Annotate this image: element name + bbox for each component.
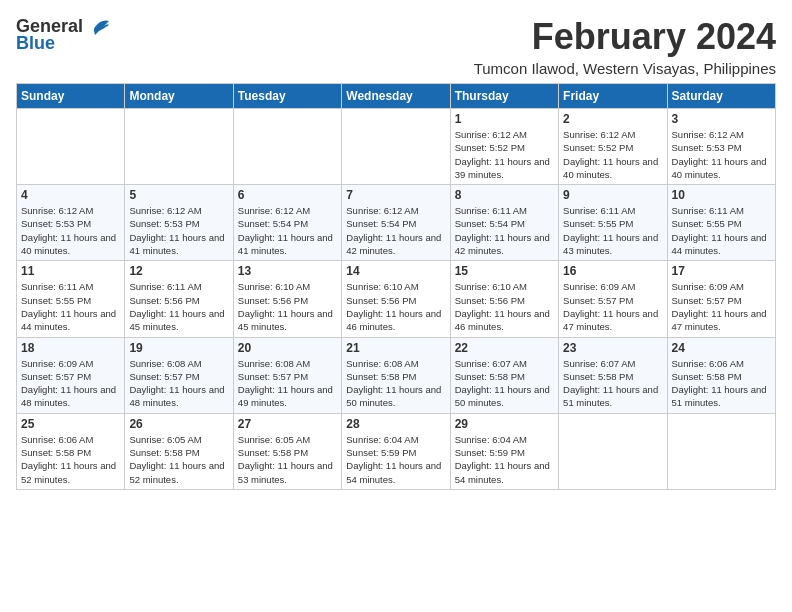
day-info: Sunrise: 6:11 AMSunset: 5:56 PMDaylight:… — [129, 280, 228, 333]
day-number: 6 — [238, 188, 337, 202]
calendar-header-thursday: Thursday — [450, 84, 558, 109]
title-block: February 2024 Tumcon Ilawod, Western Vis… — [474, 16, 776, 77]
day-info: Sunrise: 6:09 AMSunset: 5:57 PMDaylight:… — [672, 280, 771, 333]
calendar-cell: 8Sunrise: 6:11 AMSunset: 5:54 PMDaylight… — [450, 185, 558, 261]
calendar-cell: 15Sunrise: 6:10 AMSunset: 5:56 PMDayligh… — [450, 261, 558, 337]
day-info: Sunrise: 6:08 AMSunset: 5:57 PMDaylight:… — [129, 357, 228, 410]
calendar-cell: 24Sunrise: 6:06 AMSunset: 5:58 PMDayligh… — [667, 337, 775, 413]
day-number: 22 — [455, 341, 554, 355]
calendar-cell: 9Sunrise: 6:11 AMSunset: 5:55 PMDaylight… — [559, 185, 667, 261]
day-info: Sunrise: 6:11 AMSunset: 5:54 PMDaylight:… — [455, 204, 554, 257]
page-header: General Blue February 2024 Tumcon Ilawod… — [16, 16, 776, 77]
day-number: 7 — [346, 188, 445, 202]
day-number: 24 — [672, 341, 771, 355]
calendar-cell: 2Sunrise: 6:12 AMSunset: 5:52 PMDaylight… — [559, 109, 667, 185]
day-info: Sunrise: 6:12 AMSunset: 5:53 PMDaylight:… — [21, 204, 120, 257]
day-number: 11 — [21, 264, 120, 278]
day-info: Sunrise: 6:12 AMSunset: 5:53 PMDaylight:… — [672, 128, 771, 181]
calendar-cell: 7Sunrise: 6:12 AMSunset: 5:54 PMDaylight… — [342, 185, 450, 261]
day-number: 27 — [238, 417, 337, 431]
day-number: 12 — [129, 264, 228, 278]
calendar-cell — [342, 109, 450, 185]
calendar-header-sunday: Sunday — [17, 84, 125, 109]
day-info: Sunrise: 6:10 AMSunset: 5:56 PMDaylight:… — [346, 280, 445, 333]
day-info: Sunrise: 6:11 AMSunset: 5:55 PMDaylight:… — [563, 204, 662, 257]
calendar-cell — [667, 413, 775, 489]
calendar-week-row: 11Sunrise: 6:11 AMSunset: 5:55 PMDayligh… — [17, 261, 776, 337]
calendar-cell — [17, 109, 125, 185]
day-info: Sunrise: 6:05 AMSunset: 5:58 PMDaylight:… — [129, 433, 228, 486]
day-number: 28 — [346, 417, 445, 431]
day-number: 25 — [21, 417, 120, 431]
day-number: 10 — [672, 188, 771, 202]
calendar-cell: 13Sunrise: 6:10 AMSunset: 5:56 PMDayligh… — [233, 261, 341, 337]
calendar-cell: 14Sunrise: 6:10 AMSunset: 5:56 PMDayligh… — [342, 261, 450, 337]
day-info: Sunrise: 6:12 AMSunset: 5:54 PMDaylight:… — [346, 204, 445, 257]
day-number: 26 — [129, 417, 228, 431]
day-info: Sunrise: 6:08 AMSunset: 5:57 PMDaylight:… — [238, 357, 337, 410]
day-info: Sunrise: 6:12 AMSunset: 5:52 PMDaylight:… — [455, 128, 554, 181]
calendar-week-row: 4Sunrise: 6:12 AMSunset: 5:53 PMDaylight… — [17, 185, 776, 261]
day-info: Sunrise: 6:08 AMSunset: 5:58 PMDaylight:… — [346, 357, 445, 410]
calendar-cell: 29Sunrise: 6:04 AMSunset: 5:59 PMDayligh… — [450, 413, 558, 489]
calendar-cell — [559, 413, 667, 489]
day-number: 17 — [672, 264, 771, 278]
day-info: Sunrise: 6:07 AMSunset: 5:58 PMDaylight:… — [563, 357, 662, 410]
day-info: Sunrise: 6:07 AMSunset: 5:58 PMDaylight:… — [455, 357, 554, 410]
day-info: Sunrise: 6:10 AMSunset: 5:56 PMDaylight:… — [455, 280, 554, 333]
calendar-cell: 11Sunrise: 6:11 AMSunset: 5:55 PMDayligh… — [17, 261, 125, 337]
calendar-table: SundayMondayTuesdayWednesdayThursdayFrid… — [16, 83, 776, 490]
calendar-header-friday: Friday — [559, 84, 667, 109]
calendar-cell — [125, 109, 233, 185]
day-number: 13 — [238, 264, 337, 278]
calendar-cell: 10Sunrise: 6:11 AMSunset: 5:55 PMDayligh… — [667, 185, 775, 261]
day-number: 3 — [672, 112, 771, 126]
day-info: Sunrise: 6:12 AMSunset: 5:54 PMDaylight:… — [238, 204, 337, 257]
day-info: Sunrise: 6:11 AMSunset: 5:55 PMDaylight:… — [21, 280, 120, 333]
calendar-cell: 25Sunrise: 6:06 AMSunset: 5:58 PMDayligh… — [17, 413, 125, 489]
calendar-cell: 21Sunrise: 6:08 AMSunset: 5:58 PMDayligh… — [342, 337, 450, 413]
logo: General Blue — [16, 16, 111, 54]
logo-bird-icon — [87, 17, 111, 37]
day-number: 8 — [455, 188, 554, 202]
day-info: Sunrise: 6:12 AMSunset: 5:52 PMDaylight:… — [563, 128, 662, 181]
day-info: Sunrise: 6:11 AMSunset: 5:55 PMDaylight:… — [672, 204, 771, 257]
day-info: Sunrise: 6:05 AMSunset: 5:58 PMDaylight:… — [238, 433, 337, 486]
day-number: 2 — [563, 112, 662, 126]
calendar-cell: 6Sunrise: 6:12 AMSunset: 5:54 PMDaylight… — [233, 185, 341, 261]
calendar-cell: 23Sunrise: 6:07 AMSunset: 5:58 PMDayligh… — [559, 337, 667, 413]
month-title: February 2024 — [474, 16, 776, 58]
day-number: 14 — [346, 264, 445, 278]
day-number: 16 — [563, 264, 662, 278]
calendar-cell: 28Sunrise: 6:04 AMSunset: 5:59 PMDayligh… — [342, 413, 450, 489]
day-info: Sunrise: 6:12 AMSunset: 5:53 PMDaylight:… — [129, 204, 228, 257]
calendar-cell: 3Sunrise: 6:12 AMSunset: 5:53 PMDaylight… — [667, 109, 775, 185]
calendar-cell: 16Sunrise: 6:09 AMSunset: 5:57 PMDayligh… — [559, 261, 667, 337]
day-info: Sunrise: 6:04 AMSunset: 5:59 PMDaylight:… — [346, 433, 445, 486]
calendar-cell: 17Sunrise: 6:09 AMSunset: 5:57 PMDayligh… — [667, 261, 775, 337]
day-number: 23 — [563, 341, 662, 355]
day-number: 1 — [455, 112, 554, 126]
day-info: Sunrise: 6:06 AMSunset: 5:58 PMDaylight:… — [672, 357, 771, 410]
calendar-header-wednesday: Wednesday — [342, 84, 450, 109]
calendar-cell: 26Sunrise: 6:05 AMSunset: 5:58 PMDayligh… — [125, 413, 233, 489]
day-number: 4 — [21, 188, 120, 202]
logo-blue-text: Blue — [16, 33, 55, 54]
calendar-cell: 5Sunrise: 6:12 AMSunset: 5:53 PMDaylight… — [125, 185, 233, 261]
day-number: 20 — [238, 341, 337, 355]
day-number: 29 — [455, 417, 554, 431]
calendar-cell: 22Sunrise: 6:07 AMSunset: 5:58 PMDayligh… — [450, 337, 558, 413]
calendar-cell: 1Sunrise: 6:12 AMSunset: 5:52 PMDaylight… — [450, 109, 558, 185]
day-number: 5 — [129, 188, 228, 202]
day-number: 21 — [346, 341, 445, 355]
calendar-header-tuesday: Tuesday — [233, 84, 341, 109]
location-title: Tumcon Ilawod, Western Visayas, Philippi… — [474, 60, 776, 77]
day-info: Sunrise: 6:10 AMSunset: 5:56 PMDaylight:… — [238, 280, 337, 333]
calendar-week-row: 1Sunrise: 6:12 AMSunset: 5:52 PMDaylight… — [17, 109, 776, 185]
calendar-cell: 12Sunrise: 6:11 AMSunset: 5:56 PMDayligh… — [125, 261, 233, 337]
calendar-header-saturday: Saturday — [667, 84, 775, 109]
calendar-header-row: SundayMondayTuesdayWednesdayThursdayFrid… — [17, 84, 776, 109]
calendar-week-row: 25Sunrise: 6:06 AMSunset: 5:58 PMDayligh… — [17, 413, 776, 489]
day-info: Sunrise: 6:09 AMSunset: 5:57 PMDaylight:… — [21, 357, 120, 410]
calendar-cell: 19Sunrise: 6:08 AMSunset: 5:57 PMDayligh… — [125, 337, 233, 413]
